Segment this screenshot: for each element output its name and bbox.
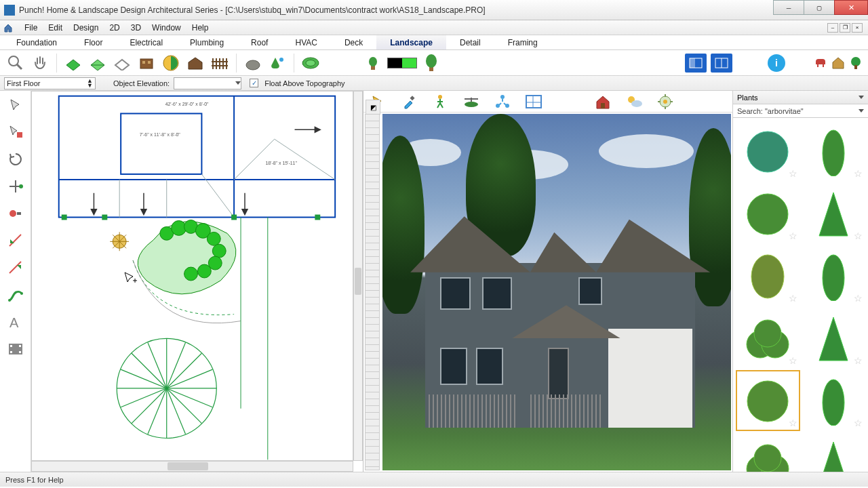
doc-close-button[interactable]: × xyxy=(852,23,863,33)
terrain-flat-icon[interactable] xyxy=(112,53,132,73)
home-icon[interactable] xyxy=(3,22,14,33)
tree-color-icon[interactable] xyxy=(849,56,863,70)
menu-2d[interactable]: 2D xyxy=(104,23,125,33)
library-item[interactable]: ☆ xyxy=(736,121,800,182)
plan-2d-canvas[interactable]: 42'-6" x 29'-0" x 8'-0" 7'-6" x 11'-8" x… xyxy=(31,91,353,461)
favorite-star-icon[interactable]: ☆ xyxy=(789,230,797,241)
tab-roof[interactable]: Roof xyxy=(237,35,281,49)
text-tool-icon[interactable]: A xyxy=(5,312,26,332)
library-item[interactable]: ☆ xyxy=(736,370,800,431)
menu-help[interactable]: Help xyxy=(186,23,214,33)
favorite-star-icon[interactable]: ☆ xyxy=(854,293,863,304)
library-item[interactable]: ☆ xyxy=(736,432,800,472)
pan-tool-icon[interactable] xyxy=(30,53,50,73)
elevation-dropdown[interactable] xyxy=(174,77,241,89)
ruler-corner-icon[interactable]: ◩ xyxy=(366,100,380,115)
menu-window[interactable]: Window xyxy=(146,23,186,33)
compass-tool-icon[interactable] xyxy=(161,53,181,73)
plan-2d-hscroll[interactable] xyxy=(31,461,353,472)
eyedropper-icon[interactable] xyxy=(399,92,419,112)
favorite-star-icon[interactable]: ☆ xyxy=(789,293,797,304)
house-color-icon[interactable] xyxy=(831,56,845,70)
tab-detail[interactable]: Detail xyxy=(446,35,494,49)
menu-design[interactable]: Design xyxy=(68,23,104,33)
favorite-star-icon[interactable]: ☆ xyxy=(789,355,797,366)
house-view-icon[interactable] xyxy=(593,92,613,112)
rotate-tool-icon[interactable] xyxy=(5,149,26,169)
maximize-button[interactable]: ▢ xyxy=(804,0,835,15)
library-item[interactable]: ☆ xyxy=(736,308,800,369)
walk-icon[interactable] xyxy=(430,92,450,112)
close-button[interactable]: ✕ xyxy=(834,0,868,15)
tab-plumbing[interactable]: Plumbing xyxy=(176,35,237,49)
menu-3d[interactable]: 3D xyxy=(125,23,146,33)
building-tool-icon[interactable] xyxy=(136,53,157,73)
menu-edit[interactable]: Edit xyxy=(43,23,68,33)
menu-file[interactable]: File xyxy=(19,23,43,33)
rock-tool-icon[interactable] xyxy=(243,53,263,73)
minimize-button[interactable]: — xyxy=(773,0,804,15)
path-tool-icon[interactable] xyxy=(5,285,26,305)
library-item[interactable]: ☆ xyxy=(802,245,866,306)
water-plant-icon[interactable] xyxy=(267,53,288,73)
library-item[interactable]: ☆ xyxy=(736,183,800,244)
library-category-dropdown[interactable]: Plants xyxy=(733,91,868,104)
view-3d-ruler[interactable]: ◩ xyxy=(365,114,380,470)
break-line-out-icon[interactable] xyxy=(5,258,26,278)
favorite-star-icon[interactable]: ☆ xyxy=(854,230,863,241)
select-tool-icon[interactable] xyxy=(5,95,26,115)
library-item[interactable]: ☆ xyxy=(802,432,866,472)
info-icon[interactable]: i xyxy=(768,54,785,72)
tab-floor[interactable]: Floor xyxy=(71,35,116,49)
zoom-tool-icon[interactable] xyxy=(5,53,26,73)
terrain-rect-icon[interactable] xyxy=(63,53,83,73)
network-icon[interactable] xyxy=(492,92,513,112)
library-item[interactable]: ☆ xyxy=(802,121,866,182)
fly-icon[interactable] xyxy=(461,92,481,112)
favorite-star-icon[interactable]: ☆ xyxy=(854,355,863,366)
float-checkbox[interactable]: ✓ xyxy=(250,79,258,87)
settings-3d-icon[interactable] xyxy=(655,92,675,112)
furniture-icon[interactable] xyxy=(814,56,827,70)
favorite-star-icon[interactable]: ☆ xyxy=(789,418,797,428)
move-tool-icon[interactable] xyxy=(5,176,26,197)
library-search[interactable]: Search: "arborvitae" xyxy=(733,104,868,118)
plant-large-icon[interactable] xyxy=(421,53,441,73)
shed-tool-icon[interactable] xyxy=(185,53,205,73)
favorite-star-icon[interactable]: ☆ xyxy=(854,168,863,179)
weather-icon[interactable] xyxy=(624,92,644,112)
view-3d-render[interactable] xyxy=(382,114,731,470)
svg-rect-27 xyxy=(690,58,695,68)
contour-tool-icon[interactable] xyxy=(300,53,321,73)
favorite-star-icon[interactable]: ☆ xyxy=(854,418,863,428)
select-similar-icon[interactable] xyxy=(5,122,26,142)
tab-foundation[interactable]: Foundation xyxy=(3,35,71,49)
record-tool-icon[interactable] xyxy=(5,203,26,224)
plan-2d-vscroll[interactable] xyxy=(353,91,363,461)
library-item[interactable]: ☆ xyxy=(736,245,800,306)
plan-2d-pane[interactable]: 42'-6" x 29'-0" x 8'-0" 7'-6" x 11'-8" x… xyxy=(31,91,363,472)
film-tool-icon[interactable] xyxy=(5,339,26,359)
tab-deck[interactable]: Deck xyxy=(331,35,376,49)
svg-rect-45 xyxy=(10,345,12,347)
doc-minimize-button[interactable]: – xyxy=(827,23,838,33)
svg-line-40 xyxy=(9,262,21,273)
view-layout-1-icon[interactable] xyxy=(685,54,707,73)
fence-tool-icon[interactable] xyxy=(210,53,230,73)
library-item[interactable]: ☆ xyxy=(802,370,866,431)
floor-selector[interactable]: First Floor ▲▼ xyxy=(4,77,96,89)
tab-hvac[interactable]: HVAC xyxy=(281,35,330,49)
doc-restore-button[interactable]: ❐ xyxy=(840,23,850,33)
tab-framing[interactable]: Framing xyxy=(494,35,551,49)
view-layout-2-icon[interactable] xyxy=(711,54,732,73)
favorite-star-icon[interactable]: ☆ xyxy=(789,168,797,179)
library-item[interactable]: ☆ xyxy=(802,183,866,244)
tab-electrical[interactable]: Electrical xyxy=(116,35,176,49)
growth-slider[interactable] xyxy=(387,58,417,68)
tab-landscape[interactable]: Landscape xyxy=(376,35,446,49)
terrain-edge-icon[interactable] xyxy=(87,53,108,73)
plant-small-icon[interactable] xyxy=(363,53,383,73)
library-item[interactable]: ☆ xyxy=(802,308,866,369)
floorplan-3d-icon[interactable] xyxy=(524,92,544,112)
break-line-in-icon[interactable] xyxy=(5,230,26,251)
